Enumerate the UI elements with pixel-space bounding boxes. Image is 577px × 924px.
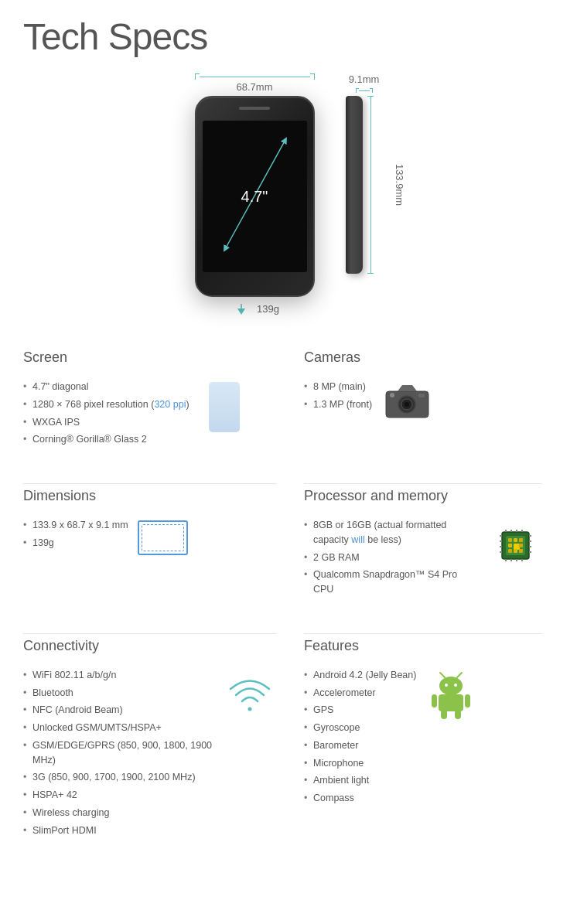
screen-item-0: 4.7" diagonal [23, 378, 189, 396]
svg-marker-6 [398, 385, 417, 391]
feature-item-2: GPS [304, 701, 416, 719]
svg-rect-37 [514, 549, 517, 553]
screen-item-1: 1280 × 768 pixel resolution (320 ppi) [23, 396, 189, 414]
connectivity-list: WiFi 802.11 a/b/g/n Bluetooth NFC (Andro… [23, 667, 215, 840]
conn-item-4: GSM/EDGE/GPRS (850, 900, 1800, 1900 MHz) [23, 737, 215, 769]
svg-point-41 [445, 684, 448, 687]
cpu-icon [488, 520, 542, 571]
connectivity-title: Connectivity [23, 638, 277, 657]
conn-item-0: WiFi 802.11 a/b/g/n [23, 667, 215, 684]
camera-icon [380, 382, 434, 421]
screen-title: Screen [23, 349, 277, 369]
thickness-label: 9.1mm [349, 73, 380, 85]
processor-section: Processor and memory 8GB or 16GB (actual… [288, 468, 554, 618]
connectivity-section: Connectivity WiFi 802.11 a/b/g/n Bluetoo… [23, 618, 288, 859]
svg-rect-33 [508, 544, 512, 547]
phone-side-body [346, 96, 363, 274]
svg-point-9 [405, 402, 409, 407]
feature-item-1: Accelerometer [304, 684, 416, 702]
svg-line-43 [440, 673, 445, 677]
svg-rect-46 [432, 694, 437, 707]
svg-rect-31 [514, 538, 517, 542]
dimensions-list: 133.9 x 68.7 x 9.1 mm 139g [23, 517, 128, 552]
svg-rect-38 [519, 549, 523, 553]
phone-small-icon [209, 382, 240, 432]
dimensions-content: 133.9 x 68.7 x 9.1 mm 139g [23, 517, 277, 560]
processor-content: 8GB or 16GB (actual formatted capacity w… [304, 517, 542, 606]
android-svg [428, 670, 474, 721]
feature-item-5: Microphone [304, 755, 416, 772]
wifi-svg [227, 670, 273, 717]
phone-screen: 4.7" [203, 121, 307, 272]
cameras-list: 8 MP (main) 1.3 MP (front) [304, 378, 372, 414]
svg-rect-45 [439, 694, 463, 711]
svg-rect-47 [465, 694, 470, 707]
conn-item-5: 3G (850, 900, 1700, 1900, 2100 MHz) [23, 769, 215, 786]
weight-row: 139g [230, 303, 279, 315]
svg-point-39 [248, 707, 252, 711]
phone-front-body: 4.7" [195, 96, 315, 297]
device-diagram: 68.7mm 4.7" [23, 73, 554, 315]
dimension-box-icon [136, 520, 190, 555]
conn-item-3: Unlocked GSM/UMTS/HSPA+ [23, 719, 215, 737]
connectivity-content: WiFi 802.11 a/b/g/n Bluetooth NFC (Andro… [23, 667, 277, 847]
width-bracket [195, 73, 315, 80]
svg-point-40 [439, 677, 463, 695]
divider-2 [304, 483, 542, 484]
screen-content: 4.7" diagonal 1280 × 768 pixel resolutio… [23, 378, 277, 456]
wifi-icon [223, 670, 277, 717]
screen-list: 4.7" diagonal 1280 × 768 pixel resolutio… [23, 378, 189, 448]
screen-section: Screen 4.7" diagonal 1280 × 768 pixel re… [23, 338, 288, 468]
screen-icon [197, 382, 251, 432]
screen-item-2: WXGA IPS [23, 414, 189, 431]
cameras-section: Cameras 8 MP (main) 1.3 MP (front) [288, 338, 554, 468]
svg-rect-35 [519, 544, 523, 547]
svg-point-11 [390, 393, 394, 397]
feature-item-0: Android 4.2 (Jelly Bean) [304, 667, 416, 684]
specs-grid: Screen 4.7" diagonal 1280 × 768 pixel re… [23, 338, 554, 858]
divider-4 [304, 633, 542, 634]
processor-item-2: Qualcomm Snapdragon™ S4 Pro CPU [304, 566, 480, 598]
svg-rect-36 [508, 549, 512, 553]
features-section: Features Android 4.2 (Jelly Bean) Accele… [288, 618, 554, 859]
conn-item-1: Bluetooth [23, 684, 215, 702]
divider-3 [23, 633, 277, 634]
feature-item-3: Gyroscope [304, 719, 416, 737]
phone-front-diagram: 68.7mm 4.7" [195, 73, 315, 315]
android-icon [424, 670, 478, 721]
cameras-content: 8 MP (main) 1.3 MP (front) [304, 378, 542, 421]
height-label: 133.9mm [393, 164, 405, 206]
features-title: Features [304, 638, 542, 657]
phone-side-diagram: 9.1mm 133.9mm [346, 73, 383, 274]
phone-speaker [239, 107, 270, 110]
feature-item-6: Ambient light [304, 772, 416, 789]
divider-1 [23, 483, 277, 484]
processor-list: 8GB or 16GB (actual formatted capacity w… [304, 517, 480, 598]
svg-rect-10 [418, 394, 425, 397]
features-content: Android 4.2 (Jelly Bean) Accelerometer G… [304, 667, 542, 815]
feature-item-4: Barometer [304, 737, 416, 755]
features-list: Android 4.2 (Jelly Bean) Accelerometer G… [304, 667, 416, 807]
svg-point-42 [454, 684, 457, 687]
dimensions-title: Dimensions [23, 488, 277, 507]
svg-rect-48 [441, 710, 447, 719]
cpu-svg [490, 520, 541, 571]
conn-item-8: SlimPort HDMI [23, 822, 215, 840]
cameras-item-1: 1.3 MP (front) [304, 396, 372, 414]
cameras-item-0: 8 MP (main) [304, 378, 372, 396]
weight-label: 139g [257, 303, 279, 315]
screen-item-3: Corning® Gorilla® Glass 2 [23, 431, 189, 448]
conn-item-7: Wireless charging [23, 804, 215, 822]
width-label: 68.7mm [237, 81, 273, 93]
svg-line-44 [457, 673, 462, 677]
svg-rect-34 [514, 544, 520, 550]
processor-title: Processor and memory [304, 488, 542, 507]
svg-rect-49 [455, 710, 461, 719]
screen-size-label: 4.7" [241, 188, 268, 206]
svg-rect-32 [519, 538, 523, 542]
dimension-box [138, 520, 188, 555]
dimensions-item-1: 139g [23, 534, 128, 552]
processor-item-1: 2 GB RAM [304, 549, 480, 567]
cameras-title: Cameras [304, 349, 542, 369]
feature-item-7: Compass [304, 789, 416, 807]
